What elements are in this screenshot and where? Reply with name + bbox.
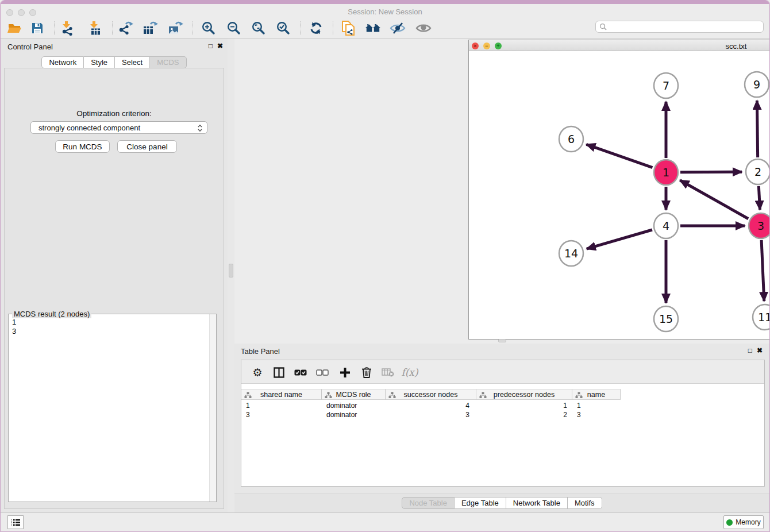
export-image-icon[interactable] bbox=[168, 20, 184, 36]
hierarchy-icon bbox=[325, 392, 332, 399]
column-header-MCDS-role[interactable]: MCDS role bbox=[322, 389, 386, 400]
window-title: Session: New Session bbox=[1, 7, 769, 16]
vertical-splitter[interactable] bbox=[228, 38, 234, 512]
hierarchy-icon bbox=[244, 392, 252, 399]
network-graph: 1234678910111415 bbox=[469, 52, 770, 340]
chevron-updown-icon bbox=[195, 123, 205, 133]
column-header-shared-name[interactable]: shared name bbox=[241, 389, 322, 400]
graph-node-label: 1 bbox=[663, 166, 669, 179]
criterion-dropdown[interactable]: strongly connected component bbox=[30, 121, 207, 134]
toolbar-separator bbox=[112, 21, 113, 35]
close-panel-button[interactable]: Close panel bbox=[117, 140, 177, 153]
tab-edge-table[interactable]: Edge Table bbox=[455, 497, 506, 509]
import-table-icon[interactable] bbox=[87, 20, 103, 36]
toolbar-separator bbox=[54, 21, 55, 35]
tab-network[interactable]: Network bbox=[41, 56, 84, 68]
hide-eye-icon[interactable] bbox=[390, 20, 406, 36]
network-window-titlebar[interactable]: × − + scc.txt bbox=[469, 40, 770, 51]
horizontal-splitter-grip[interactable] bbox=[498, 339, 506, 342]
zoom-selected-icon[interactable] bbox=[275, 20, 291, 36]
export-table-icon[interactable] bbox=[143, 20, 159, 36]
save-icon[interactable] bbox=[29, 20, 45, 36]
status-bar: Memory bbox=[1, 512, 769, 531]
graph-node-label: 6 bbox=[568, 133, 575, 145]
column-header-successor-nodes[interactable]: successor nodes bbox=[386, 389, 476, 400]
tab-mcds[interactable]: MCDS bbox=[150, 56, 186, 68]
graph-edge-3-11[interactable] bbox=[761, 240, 764, 301]
control-panel-title: Control Panel bbox=[7, 43, 53, 51]
main-toolbar bbox=[1, 17, 769, 38]
open-folder-icon[interactable] bbox=[6, 20, 22, 36]
criterion-value: strongly connected component bbox=[38, 124, 140, 132]
function-icon: f(x) bbox=[399, 364, 421, 380]
memory-button[interactable]: Memory bbox=[723, 515, 764, 529]
result-scrollbar[interactable] bbox=[209, 314, 216, 502]
tab-style[interactable]: Style bbox=[84, 56, 115, 68]
deselect-all-icon[interactable] bbox=[314, 364, 330, 380]
tab-select[interactable]: Select bbox=[115, 56, 150, 68]
graph-edge-2-9[interactable] bbox=[757, 101, 757, 157]
table-cell[interactable]: 1 bbox=[476, 401, 572, 410]
gear-icon[interactable]: ⚙ bbox=[249, 364, 265, 380]
close-panel-icon[interactable]: ✖ bbox=[757, 346, 763, 354]
table-cell[interactable]: 3 bbox=[572, 410, 621, 419]
float-panel-icon[interactable]: □ bbox=[209, 42, 213, 50]
delete-icon[interactable] bbox=[359, 364, 375, 380]
control-panel-tabs: NetworkStyleSelectMCDS bbox=[1, 56, 228, 68]
columns-icon[interactable] bbox=[271, 364, 287, 380]
close-panel-icon[interactable]: ✖ bbox=[217, 42, 223, 50]
zoom-fit-icon[interactable] bbox=[251, 20, 267, 36]
table-panel: Table Panel □ ✖ ⚙ bbox=[234, 344, 769, 512]
export-network-icon[interactable] bbox=[118, 20, 134, 36]
table-cell[interactable]: dominator bbox=[322, 410, 386, 419]
network-canvas[interactable]: 1234678910111415 bbox=[469, 52, 770, 339]
run-mcds-button[interactable]: Run MCDS bbox=[55, 140, 110, 153]
search-input[interactable] bbox=[609, 23, 763, 31]
tab-network-table[interactable]: Network Table bbox=[506, 497, 568, 509]
mcds-panel: Optimization criterion: strongly connect… bbox=[4, 68, 224, 509]
graph-edge-1-6[interactable] bbox=[586, 144, 652, 167]
graph-edge-4-14[interactable] bbox=[587, 230, 652, 249]
splitter-grip[interactable] bbox=[229, 264, 233, 277]
graph-edge-1-2[interactable] bbox=[680, 172, 742, 172]
column-header-predecessor-nodes[interactable]: predecessor nodes bbox=[476, 389, 572, 400]
select-all-icon[interactable] bbox=[292, 364, 309, 380]
titlebar[interactable]: Session: New Session bbox=[1, 4, 769, 17]
column-header-name[interactable]: name bbox=[572, 389, 621, 400]
search-field[interactable] bbox=[595, 21, 764, 33]
table-cell[interactable]: dominator bbox=[322, 401, 386, 410]
right-column: × − + scc.txt 1234678910111415 Table Pan… bbox=[234, 38, 769, 512]
copy-style-icon[interactable] bbox=[340, 20, 356, 36]
table-cell[interactable]: 1 bbox=[241, 401, 322, 410]
table-row[interactable]: 1dominator411 bbox=[241, 401, 621, 410]
graph-edge-2-3[interactable] bbox=[759, 186, 760, 210]
table-cell[interactable]: 2 bbox=[476, 410, 572, 419]
float-panel-icon[interactable]: □ bbox=[748, 346, 752, 354]
graph-node-label: 9 bbox=[753, 78, 760, 91]
node-table-container: ⚙ bbox=[241, 360, 765, 487]
eye-icon[interactable] bbox=[415, 20, 432, 36]
zoom-out-icon[interactable] bbox=[226, 20, 242, 36]
home-icon[interactable] bbox=[365, 20, 381, 36]
application-window: Session: New Session bbox=[0, 0, 770, 532]
table-cell[interactable]: 1 bbox=[572, 401, 621, 410]
table-cell[interactable]: 3 bbox=[241, 410, 322, 419]
memory-status-icon bbox=[726, 519, 733, 526]
toolbar-separator bbox=[333, 21, 333, 35]
table-cell[interactable]: 3 bbox=[386, 410, 476, 419]
mcds-result-text[interactable]: 1 3 bbox=[12, 318, 207, 499]
graph-node-label: 2 bbox=[754, 165, 761, 178]
add-icon[interactable] bbox=[337, 364, 353, 380]
import-network-icon[interactable] bbox=[60, 20, 76, 36]
table-cell[interactable]: 4 bbox=[386, 401, 476, 410]
zoom-in-icon[interactable] bbox=[201, 20, 217, 36]
tab-motifs[interactable]: Motifs bbox=[568, 497, 602, 509]
task-history-button[interactable] bbox=[7, 515, 24, 529]
refresh-icon[interactable] bbox=[308, 20, 324, 36]
hierarchy-icon bbox=[575, 392, 583, 399]
table-row[interactable]: 3dominator323 bbox=[241, 410, 621, 419]
graph-node-label: 14 bbox=[564, 247, 578, 260]
table-tabs: Node TableEdge TableNetwork TableMotifs bbox=[234, 497, 769, 509]
graph-edge-3-1[interactable] bbox=[680, 180, 748, 219]
tab-node-table[interactable]: Node Table bbox=[402, 497, 455, 509]
